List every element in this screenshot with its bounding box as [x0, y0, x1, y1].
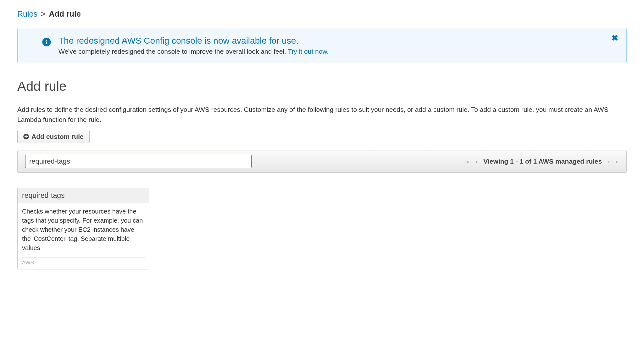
filter-bar: « ‹ Viewing 1 - 1 of 1 AWS managed rules…	[17, 150, 627, 173]
search-input[interactable]	[25, 155, 252, 168]
rule-card[interactable]: required-tags Checks whether your resour…	[17, 188, 149, 269]
title-divider	[17, 98, 627, 98]
info-icon	[42, 38, 51, 46]
rule-card-title: required-tags	[18, 188, 149, 203]
page-description: Add rules to define the desired configur…	[17, 105, 627, 124]
banner-title: The redesigned AWS Config console is now…	[58, 36, 608, 46]
close-icon[interactable]: ✖	[611, 34, 618, 42]
rule-card-description: Checks whether your resources have the t…	[18, 203, 149, 254]
breadcrumb-current: Add rule	[49, 9, 80, 18]
banner-body-text: We've completely redesigned the console …	[58, 48, 288, 55]
add-custom-rule-label: Add custom rule	[31, 133, 84, 140]
page-title: Add rule	[17, 79, 627, 94]
breadcrumb-separator: >	[41, 9, 46, 18]
banner-body-suffix: .	[327, 48, 329, 55]
banner-body: We've completely redesigned the console …	[58, 48, 608, 55]
pagination: « ‹ Viewing 1 - 1 of 1 AWS managed rules…	[466, 158, 619, 165]
banner-try-link[interactable]: Try it out now	[288, 48, 327, 55]
page-prev-icon[interactable]: ‹	[476, 158, 478, 165]
page-first-icon[interactable]: «	[466, 158, 470, 165]
add-custom-rule-button[interactable]: Add custom rule	[17, 130, 90, 143]
info-banner: The redesigned AWS Config console is now…	[17, 28, 627, 63]
pagination-text: Viewing 1 - 1 of 1 AWS managed rules	[483, 158, 602, 165]
breadcrumb-link-rules[interactable]: Rules	[17, 9, 37, 18]
page-next-icon[interactable]: ›	[608, 158, 610, 165]
rule-card-source: AWS	[22, 258, 145, 266]
plus-circle-icon	[23, 134, 29, 139]
page-last-icon[interactable]: »	[615, 158, 619, 165]
breadcrumb: Rules > Add rule	[17, 9, 627, 19]
